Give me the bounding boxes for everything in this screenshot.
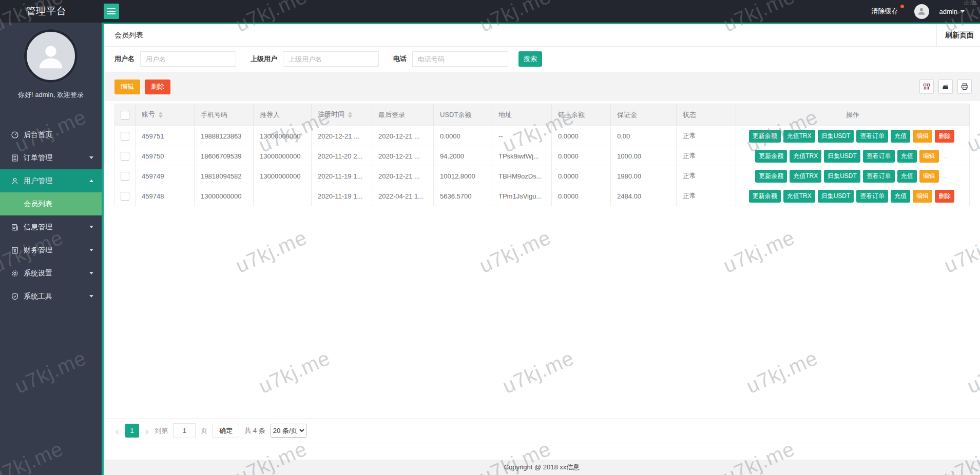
print-icon[interactable] (957, 80, 972, 94)
action-button-5[interactable]: 编辑 (919, 170, 939, 183)
cell-registered: 2020-11-19 1... (312, 186, 372, 206)
prev-page-button[interactable]: ‹ (114, 426, 120, 436)
row-select-cell (115, 186, 136, 206)
cell-chain_balance: 0.0000 (552, 186, 611, 206)
goto-confirm-button[interactable]: 确定 (213, 424, 239, 438)
per-page-select[interactable]: 20 条/页 (271, 424, 306, 438)
delete-button[interactable]: 删除 (145, 80, 170, 94)
action-button-6[interactable]: 删除 (935, 190, 954, 203)
chevron-down-icon (960, 10, 965, 15)
sidebar-item-finance[interactable]: 财务管理 (0, 239, 102, 262)
action-button-1[interactable]: 充值TRX (783, 190, 815, 203)
sidebar-item-info[interactable]: 信息管理 (0, 215, 102, 239)
table-row: 459748130000000002020-11-19 1...2022-04-… (115, 186, 970, 206)
chevron-down-icon (89, 295, 93, 300)
action-button-2[interactable]: 归集USDT (824, 150, 860, 163)
cell-registered: 2020-11-19 1... (312, 166, 372, 186)
action-button-0[interactable]: 更新余额 (749, 130, 781, 143)
select-all-header (115, 104, 136, 126)
sidebar-subitem-member-list[interactable]: 会员列表 (0, 192, 102, 215)
search-button[interactable]: 搜索 (518, 51, 542, 67)
column-header-0[interactable]: 账号 (136, 104, 195, 126)
action-button-4[interactable]: 充值 (897, 170, 917, 183)
action-button-1[interactable]: 充值TRX (790, 150, 821, 163)
action-button-4[interactable]: 充值 (891, 130, 910, 143)
row-checkbox[interactable] (121, 132, 129, 141)
action-button-2[interactable]: 归集USDT (818, 130, 854, 143)
select-all-checkbox[interactable] (121, 111, 129, 120)
sidebar-item-label: 财务管理 (24, 246, 52, 255)
column-header-7: 链上余额 (552, 104, 611, 126)
info-icon (10, 223, 19, 231)
parent-user-input[interactable] (283, 51, 379, 67)
cell-account: 459751 (136, 126, 195, 146)
cell-phone: 19818094582 (195, 166, 254, 186)
menu-toggle-button[interactable] (104, 4, 119, 19)
action-button-5[interactable]: 编辑 (919, 150, 939, 163)
sidebar-item-label: 订单管理 (24, 153, 52, 163)
user-avatar[interactable] (914, 4, 929, 19)
column-header-3[interactable]: 注册时间 (312, 104, 372, 126)
action-button-5[interactable]: 编辑 (913, 190, 932, 203)
goto-page-input[interactable] (173, 423, 196, 438)
row-checkbox[interactable] (121, 172, 129, 181)
action-button-0[interactable]: 更新余额 (755, 150, 787, 163)
sidebar-item-users[interactable]: 用户管理 (0, 169, 102, 192)
row-checkbox[interactable] (121, 152, 129, 161)
sidebar-item-home[interactable]: 后台首页 (0, 123, 102, 146)
sidebar-item-orders[interactable]: 订单管理 (0, 146, 102, 169)
action-button-6[interactable]: 删除 (935, 130, 954, 143)
action-button-3[interactable]: 查看订单 (856, 190, 888, 203)
action-button-3[interactable]: 查看订单 (863, 150, 895, 163)
action-button-5[interactable]: 编辑 (913, 130, 932, 143)
footer-gap (104, 443, 980, 460)
column-header-6: 地址 (492, 104, 552, 126)
profile-block: 你好! admin, 欢迎登录 (0, 23, 102, 100)
action-button-3[interactable]: 查看订单 (856, 130, 888, 143)
action-button-4[interactable]: 充值 (897, 150, 917, 163)
finance-icon (10, 246, 19, 254)
action-button-3[interactable]: 查看订单 (863, 170, 895, 183)
sort-icon[interactable] (159, 110, 163, 120)
row-checkbox[interactable] (121, 192, 129, 201)
action-button-1[interactable]: 充值TRX (790, 170, 821, 183)
main-content: 会员列表 刷新页面 用户名 上级用户 电话 搜索 编辑 删除 (104, 23, 980, 475)
phone-input[interactable] (412, 51, 508, 67)
refresh-page-button[interactable]: 刷新页面 (936, 24, 980, 46)
column-header-9: 状态 (677, 104, 736, 126)
action-button-0[interactable]: 更新余额 (755, 170, 787, 183)
actions-overflow: ... (941, 152, 948, 160)
sort-icon[interactable] (348, 110, 352, 120)
row-select-cell (115, 126, 136, 146)
page-unit-label: 页 (201, 426, 207, 436)
action-button-4[interactable]: 充值 (891, 190, 910, 203)
action-button-0[interactable]: 更新余额 (749, 190, 781, 203)
cell-referrer: 13000000000 (254, 146, 312, 166)
export-icon[interactable] (938, 80, 953, 94)
cell-usdt_balance: 94.2000 (434, 146, 492, 166)
sidebar-item-tools[interactable]: 系统工具 (0, 285, 102, 308)
pagination: ‹ 1 › 到第 页 确定 共 4 条 20 条/页 (104, 418, 980, 443)
dashboard-icon (10, 130, 19, 139)
edit-button[interactable]: 编辑 (114, 80, 140, 94)
cell-deposit: 0.00 (611, 126, 677, 146)
page-1-button[interactable]: 1 (125, 424, 139, 438)
sidebar-item-label: 系统工具 (24, 292, 52, 301)
table-row: 45974919818094582130000000002020-11-19 1… (115, 166, 970, 186)
footer: Copyright @ 2018 xx信息 (104, 460, 980, 475)
columns-icon[interactable] (919, 80, 934, 94)
clear-cache-button[interactable]: 清除缓存 (872, 7, 904, 16)
column-header-label: 注册时间 (318, 110, 344, 118)
cell-referrer (254, 186, 312, 206)
settings-icon (10, 269, 19, 278)
action-button-1[interactable]: 充值TRX (783, 130, 815, 143)
action-button-2[interactable]: 归集USDT (818, 190, 854, 203)
action-button-2[interactable]: 归集USDT (824, 170, 860, 183)
user-menu[interactable]: admin (939, 8, 965, 15)
username-input[interactable] (140, 51, 236, 67)
table-row: 45975119888123863130000000002020-12-21 .… (115, 126, 970, 146)
sidebar-item-settings[interactable]: 系统设置 (0, 262, 102, 285)
column-header-label: 链上余额 (558, 111, 585, 118)
next-page-button[interactable]: › (144, 426, 150, 436)
column-header-label: 推荐人 (260, 111, 280, 118)
